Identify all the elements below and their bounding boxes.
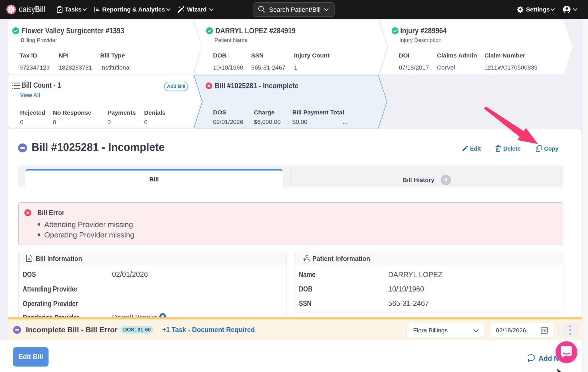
svg-text:$: $ xyxy=(28,257,30,260)
